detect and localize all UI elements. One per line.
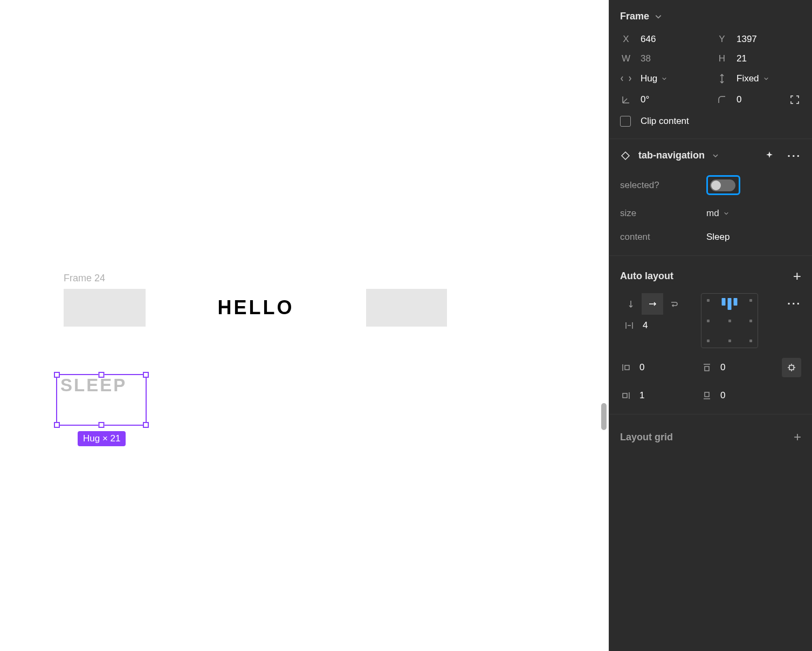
frame-24[interactable]: HELLO xyxy=(64,289,447,327)
frame-title: Frame xyxy=(620,11,649,22)
layout-grid-title: Layout grid xyxy=(620,432,673,443)
chevron-down-icon xyxy=(655,13,662,20)
vertical-sizing-dropdown[interactable]: Fixed xyxy=(716,73,801,85)
auto-layout-section: Auto layout + xyxy=(609,256,812,414)
clip-content-label: Clip content xyxy=(641,116,689,127)
size-prop-label: size xyxy=(620,208,696,219)
y-value: 1397 xyxy=(737,34,757,45)
resize-handle-bm[interactable] xyxy=(99,422,105,428)
w-label: W xyxy=(620,53,632,64)
selected-toggle[interactable] xyxy=(706,175,740,195)
independent-corners-button[interactable] xyxy=(788,93,801,106)
plus-icon[interactable]: + xyxy=(794,430,801,445)
size-dropdown[interactable]: md xyxy=(706,208,801,219)
y-label: Y xyxy=(716,34,728,45)
padding-right-input[interactable]: 1 xyxy=(620,390,690,401)
corner-radius-value: 0 xyxy=(737,94,741,105)
frame-header[interactable]: Frame xyxy=(609,6,812,30)
h-value: 21 xyxy=(737,53,747,64)
resize-handle-bl[interactable] xyxy=(54,422,60,428)
resize-handle-tr[interactable] xyxy=(143,372,149,378)
scrollbar-vertical[interactable] xyxy=(601,403,607,430)
sparkle-icon[interactable] xyxy=(765,150,775,161)
resize-handle-tl[interactable] xyxy=(54,372,60,378)
direction-vertical-button[interactable] xyxy=(620,293,642,315)
more-icon[interactable]: ··· xyxy=(787,150,801,161)
corner-radius-icon xyxy=(716,94,728,106)
padding-left-icon xyxy=(620,363,632,372)
padding-bottom-icon xyxy=(701,391,713,400)
content-input[interactable]: Sleep xyxy=(706,232,801,243)
frame-tab-right xyxy=(366,289,447,327)
padding-top-icon xyxy=(701,363,713,372)
padding-bottom-value: 0 xyxy=(720,390,725,401)
padding-left-value: 0 xyxy=(639,362,644,373)
x-value: 646 xyxy=(641,34,656,45)
padding-left-input[interactable]: 0 xyxy=(620,358,690,377)
gap-input[interactable]: 4 xyxy=(620,320,685,331)
horizontal-resize-icon xyxy=(620,73,632,85)
rotation-value: 0° xyxy=(641,94,649,105)
resize-handle-br[interactable] xyxy=(143,422,149,428)
frame-label[interactable]: Frame 24 xyxy=(64,273,105,284)
alignment-indicator-icon xyxy=(722,298,738,310)
padding-right-icon xyxy=(620,391,632,400)
v-sizing-value: Fixed xyxy=(737,73,759,84)
padding-top-value: 0 xyxy=(720,362,725,373)
selection-size-badge: Hug × 21 xyxy=(78,431,126,446)
checkbox-icon xyxy=(620,116,631,127)
padding-top-input[interactable]: 0 xyxy=(701,358,771,377)
x-input[interactable]: X 646 xyxy=(620,34,705,45)
plus-icon[interactable]: + xyxy=(793,268,801,285)
selected-prop-label: selected? xyxy=(620,180,696,191)
h-input[interactable]: H 21 xyxy=(716,53,801,64)
auto-layout-title: Auto layout xyxy=(620,271,673,282)
content-value: Sleep xyxy=(706,232,730,243)
h-sizing-value: Hug xyxy=(641,73,657,84)
gap-value: 4 xyxy=(643,320,648,331)
more-icon[interactable]: ··· xyxy=(787,293,801,310)
gap-icon xyxy=(623,321,635,330)
layout-grid-section: Layout grid + xyxy=(609,414,812,460)
padding-bottom-input[interactable]: 0 xyxy=(701,390,771,401)
direction-buttons xyxy=(620,293,685,315)
vertical-resize-icon xyxy=(716,73,728,85)
frame-tab-left xyxy=(64,289,146,327)
hello-text: HELLO xyxy=(218,296,294,319)
size-value: md xyxy=(706,208,719,219)
chevron-down-icon xyxy=(763,76,769,81)
chevron-down-icon[interactable] xyxy=(712,153,719,159)
x-label: X xyxy=(620,34,632,45)
frame-center: HELLO xyxy=(146,296,366,319)
w-value: 38 xyxy=(641,53,651,64)
direction-horizontal-button[interactable] xyxy=(642,293,663,315)
corner-radius-input[interactable]: 0 xyxy=(716,93,801,106)
resize-handle-tm[interactable] xyxy=(99,372,105,378)
clip-content-checkbox[interactable]: Clip content xyxy=(609,110,812,132)
canvas[interactable]: Frame 24 HELLO SLEEP Hug × 21 xyxy=(0,0,609,651)
horizontal-sizing-dropdown[interactable]: Hug xyxy=(620,73,705,85)
direction-wrap-button[interactable] xyxy=(663,293,685,315)
rotation-input[interactable]: 0° xyxy=(620,93,705,106)
selection-outline[interactable] xyxy=(56,374,147,426)
y-input[interactable]: Y 1397 xyxy=(716,34,801,45)
content-prop-label: content xyxy=(620,232,696,243)
padding-right-value: 1 xyxy=(639,390,644,401)
chevron-down-icon xyxy=(662,76,667,81)
independent-padding-button[interactable] xyxy=(782,358,801,377)
component-icon xyxy=(620,150,631,161)
component-section: tab-navigation ··· selected? size xyxy=(609,139,812,256)
angle-icon xyxy=(620,94,632,106)
component-name[interactable]: tab-navigation xyxy=(638,150,705,161)
frame-section: Frame X 646 Y 1397 W 38 H 21 xyxy=(609,0,812,139)
w-input[interactable]: W 38 xyxy=(620,53,705,64)
alignment-control[interactable] xyxy=(701,293,758,348)
properties-panel: Frame X 646 Y 1397 W 38 H 21 xyxy=(609,0,812,651)
h-label: H xyxy=(716,53,728,64)
